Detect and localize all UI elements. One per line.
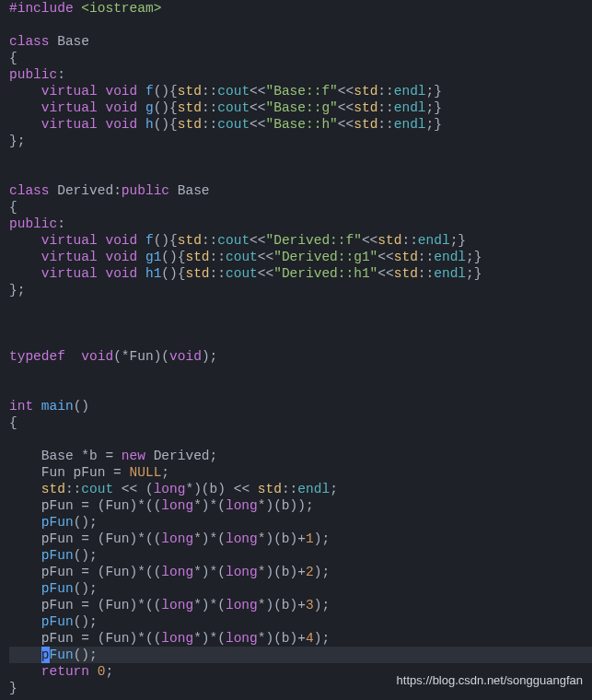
code-token — [9, 581, 41, 596]
code-token: }; — [9, 283, 25, 298]
code-token: pFun = (Fun)*(( — [9, 531, 161, 546]
code-line: pFun(); — [9, 613, 592, 630]
code-token: cout — [217, 233, 250, 248]
code-token: typedef — [9, 349, 65, 364]
code-token: (){ — [154, 233, 178, 248]
code-token: () — [74, 399, 89, 414]
code-token: ; — [330, 482, 338, 496]
code-token: :: — [210, 250, 226, 264]
code-token: << — [338, 100, 354, 115]
code-token: (); — [74, 581, 98, 596]
code-token: g — [145, 100, 154, 115]
code-token: pFun — [41, 614, 74, 629]
code-token: long — [161, 631, 193, 646]
code-token: endl — [418, 233, 450, 248]
code-line — [9, 332, 592, 348]
code-token: << — [338, 117, 354, 132]
code-token: virtual — [41, 84, 98, 99]
code-token: std — [377, 233, 401, 248]
code-line: pFun = (Fun)*((long*)*(long*)(b)); — [9, 497, 592, 514]
code-token: *)(b)); — [258, 498, 314, 513]
code-token: *)*( — [193, 631, 226, 646]
code-token: (); — [74, 648, 98, 662]
code-token: << — [250, 117, 265, 132]
code-token: << — [338, 84, 354, 99]
code-token: endl — [434, 250, 466, 264]
code-line — [9, 431, 592, 448]
code-token: endl — [394, 84, 426, 99]
code-line — [9, 365, 592, 381]
code-line: public: — [9, 66, 592, 83]
code-token: long — [226, 631, 258, 646]
code-token: virtual — [41, 117, 98, 132]
code-token: *)(b)+ — [258, 631, 306, 646]
code-token — [65, 349, 81, 364]
code-line: virtual void g(){std::cout<<"Base::g"<<s… — [9, 99, 592, 116]
code-token: ;} — [466, 250, 482, 264]
code-token: Fun pFun = — [9, 465, 130, 480]
code-token: 2 — [306, 565, 314, 579]
code-token: pFun = (Fun)*(( — [9, 631, 161, 646]
code-token: *)*( — [193, 565, 226, 579]
code-token: (){ — [161, 250, 185, 264]
code-token: *)(b)+ — [258, 598, 306, 612]
code-token: << — [258, 266, 273, 281]
code-token: Base — [50, 34, 90, 49]
code-token: Derived; — [145, 449, 217, 463]
code-line: int main() — [9, 398, 592, 414]
code-token: :: — [377, 117, 393, 132]
code-token: :: — [202, 100, 217, 115]
code-token: ); — [314, 598, 330, 612]
code-token: void — [169, 349, 202, 364]
code-token — [9, 648, 41, 662]
code-token: h — [145, 117, 154, 132]
code-token: "Derived::g1" — [273, 250, 377, 264]
code-token: << — [250, 100, 265, 115]
code-line: { — [9, 414, 592, 431]
code-token: virtual — [41, 100, 98, 115]
code-line: }; — [9, 133, 592, 149]
code-token — [9, 614, 41, 629]
code-line: virtual void f(){std::cout<<"Derived::f"… — [9, 232, 592, 249]
code-token: int — [9, 399, 33, 414]
code-token: (){ — [154, 100, 178, 115]
code-token: 4 — [306, 631, 314, 646]
code-token: << — [362, 233, 377, 248]
code-token: Fun — [50, 648, 74, 662]
code-token: #include — [9, 1, 74, 16]
code-token: virtual — [41, 233, 98, 248]
code-token — [33, 399, 41, 414]
code-token: void — [105, 266, 137, 281]
code-token: void — [105, 117, 137, 132]
code-token: cout — [217, 100, 250, 115]
code-token: (*Fun)( — [113, 349, 169, 364]
code-token: } — [9, 681, 17, 695]
code-token: pFun — [41, 581, 74, 596]
code-token: << ( — [113, 482, 154, 496]
code-token: :: — [202, 233, 217, 248]
code-token — [137, 84, 145, 99]
code-token: << — [377, 250, 393, 264]
code-line: pFun = (Fun)*((long*)*(long*)(b)+1); — [9, 531, 592, 547]
code-token: return — [41, 664, 89, 679]
code-line: virtual void g1(){std::cout<<"Derived::g… — [9, 249, 592, 265]
code-line — [9, 149, 592, 166]
code-token: "Base::g" — [266, 100, 338, 115]
code-token: :: — [418, 266, 434, 281]
code-token: long — [154, 482, 186, 496]
code-token: cout — [217, 84, 250, 99]
code-line: pFun(); — [9, 647, 592, 663]
code-token: { — [9, 51, 17, 65]
code-token: std — [185, 250, 209, 264]
code-token: cout — [226, 250, 258, 264]
code-token: long — [226, 531, 258, 546]
code-token: *)(b) << — [185, 482, 257, 496]
code-token: { — [9, 415, 17, 430]
code-line: { — [9, 50, 592, 66]
code-token: std — [394, 250, 418, 264]
code-token: *)(b)+ — [258, 531, 306, 546]
code-token: (); — [74, 548, 98, 563]
code-token: std — [258, 482, 282, 496]
code-token: std — [178, 100, 202, 115]
code-line: std::cout << (long*)(b) << std::endl; — [9, 481, 592, 497]
